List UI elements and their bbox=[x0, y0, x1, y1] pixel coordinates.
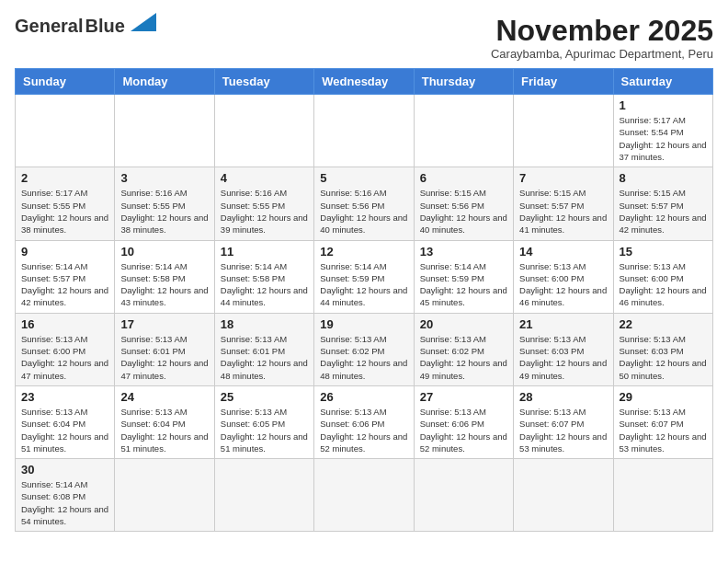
day-number: 5 bbox=[320, 171, 407, 185]
calendar-cell: 17Sunrise: 5:13 AM Sunset: 6:01 PM Dayli… bbox=[115, 313, 214, 385]
calendar-cell: 2Sunrise: 5:17 AM Sunset: 5:55 PM Daylig… bbox=[16, 167, 115, 240]
day-info: Sunrise: 5:15 AM Sunset: 5:57 PM Dayligh… bbox=[620, 187, 707, 236]
day-info: Sunrise: 5:17 AM Sunset: 5:55 PM Dayligh… bbox=[21, 187, 108, 236]
day-info: Sunrise: 5:13 AM Sunset: 6:00 PM Dayligh… bbox=[620, 260, 707, 309]
calendar-cell bbox=[314, 459, 414, 532]
calendar-cell: 6Sunrise: 5:15 AM Sunset: 5:56 PM Daylig… bbox=[414, 167, 513, 240]
logo-triangle-icon bbox=[131, 13, 156, 31]
calendar-week-row: 9Sunrise: 5:14 AM Sunset: 5:57 PM Daylig… bbox=[16, 240, 713, 313]
day-number: 18 bbox=[221, 317, 308, 331]
calendar-cell: 13Sunrise: 5:14 AM Sunset: 5:59 PM Dayli… bbox=[414, 240, 513, 313]
day-number: 24 bbox=[120, 390, 208, 404]
calendar-cell: 5Sunrise: 5:16 AM Sunset: 5:56 PM Daylig… bbox=[314, 167, 414, 240]
calendar-week-row: 23Sunrise: 5:13 AM Sunset: 6:04 PM Dayli… bbox=[16, 385, 713, 458]
calendar-cell: 20Sunrise: 5:13 AM Sunset: 6:02 PM Dayli… bbox=[414, 313, 513, 385]
day-info: Sunrise: 5:13 AM Sunset: 6:04 PM Dayligh… bbox=[120, 406, 208, 454]
day-info: Sunrise: 5:13 AM Sunset: 6:04 PM Dayligh… bbox=[21, 406, 108, 454]
day-number: 9 bbox=[21, 245, 108, 259]
calendar-cell: 21Sunrise: 5:13 AM Sunset: 6:03 PM Dayli… bbox=[514, 313, 613, 385]
day-info: Sunrise: 5:13 AM Sunset: 6:06 PM Dayligh… bbox=[420, 406, 507, 454]
day-info: Sunrise: 5:13 AM Sunset: 6:01 PM Dayligh… bbox=[120, 333, 208, 382]
calendar-cell bbox=[414, 95, 513, 167]
day-info: Sunrise: 5:13 AM Sunset: 6:07 PM Dayligh… bbox=[519, 406, 607, 454]
day-info: Sunrise: 5:14 AM Sunset: 5:58 PM Dayligh… bbox=[221, 260, 308, 309]
calendar-cell: 16Sunrise: 5:13 AM Sunset: 6:00 PM Dayli… bbox=[16, 313, 115, 385]
weekday-header-saturday: Saturday bbox=[613, 69, 712, 95]
day-number: 26 bbox=[320, 390, 407, 404]
day-info: Sunrise: 5:14 AM Sunset: 5:59 PM Dayligh… bbox=[320, 260, 407, 309]
day-number: 22 bbox=[620, 317, 707, 331]
day-info: Sunrise: 5:14 AM Sunset: 5:57 PM Dayligh… bbox=[21, 260, 108, 309]
calendar-cell: 22Sunrise: 5:13 AM Sunset: 6:03 PM Dayli… bbox=[613, 313, 712, 385]
day-number: 11 bbox=[221, 245, 308, 259]
calendar-cell bbox=[214, 95, 313, 167]
day-info: Sunrise: 5:13 AM Sunset: 6:06 PM Dayligh… bbox=[320, 406, 407, 454]
calendar-cell: 29Sunrise: 5:13 AM Sunset: 6:07 PM Dayli… bbox=[613, 385, 712, 458]
day-info: Sunrise: 5:13 AM Sunset: 6:00 PM Dayligh… bbox=[21, 333, 108, 382]
day-number: 13 bbox=[420, 245, 507, 259]
day-number: 10 bbox=[120, 245, 208, 259]
title-area: November 2025 Caraybamba, Apurimac Depar… bbox=[491, 15, 713, 61]
calendar-cell bbox=[314, 95, 414, 167]
calendar-cell bbox=[115, 459, 214, 532]
calendar-cell: 1Sunrise: 5:17 AM Sunset: 5:54 PM Daylig… bbox=[613, 95, 712, 167]
day-info: Sunrise: 5:13 AM Sunset: 6:03 PM Dayligh… bbox=[620, 333, 707, 382]
day-info: Sunrise: 5:13 AM Sunset: 6:07 PM Dayligh… bbox=[620, 406, 707, 454]
weekday-header-wednesday: Wednesday bbox=[314, 69, 414, 95]
calendar-cell: 12Sunrise: 5:14 AM Sunset: 5:59 PM Dayli… bbox=[314, 240, 414, 313]
calendar-cell: 28Sunrise: 5:13 AM Sunset: 6:07 PM Dayli… bbox=[514, 385, 613, 458]
calendar-cell: 25Sunrise: 5:13 AM Sunset: 6:05 PM Dayli… bbox=[214, 385, 313, 458]
day-info: Sunrise: 5:16 AM Sunset: 5:55 PM Dayligh… bbox=[221, 187, 308, 236]
calendar-cell bbox=[514, 459, 613, 532]
calendar-cell bbox=[115, 95, 214, 167]
weekday-header-sunday: Sunday bbox=[16, 69, 115, 95]
day-number: 27 bbox=[420, 390, 507, 404]
calendar-cell: 26Sunrise: 5:13 AM Sunset: 6:06 PM Dayli… bbox=[314, 385, 414, 458]
calendar-cell: 30Sunrise: 5:14 AM Sunset: 6:08 PM Dayli… bbox=[16, 459, 115, 532]
calendar-table: SundayMondayTuesdayWednesdayThursdayFrid… bbox=[15, 68, 713, 532]
day-info: Sunrise: 5:16 AM Sunset: 5:56 PM Dayligh… bbox=[320, 187, 407, 236]
day-number: 20 bbox=[420, 317, 507, 331]
day-info: Sunrise: 5:16 AM Sunset: 5:55 PM Dayligh… bbox=[120, 187, 208, 236]
calendar-cell: 3Sunrise: 5:16 AM Sunset: 5:55 PM Daylig… bbox=[115, 167, 214, 240]
day-number: 6 bbox=[420, 171, 507, 185]
day-number: 1 bbox=[620, 98, 707, 112]
calendar-cell: 8Sunrise: 5:15 AM Sunset: 5:57 PM Daylig… bbox=[613, 167, 712, 240]
day-number: 8 bbox=[620, 171, 707, 185]
logo-text-general: General bbox=[15, 17, 83, 35]
weekday-header-thursday: Thursday bbox=[414, 69, 513, 95]
logo-text-blue: Blue bbox=[85, 17, 124, 35]
calendar-cell: 23Sunrise: 5:13 AM Sunset: 6:04 PM Dayli… bbox=[16, 385, 115, 458]
day-info: Sunrise: 5:17 AM Sunset: 5:54 PM Dayligh… bbox=[620, 114, 707, 163]
day-number: 16 bbox=[21, 317, 108, 331]
day-info: Sunrise: 5:13 AM Sunset: 6:05 PM Dayligh… bbox=[221, 406, 308, 454]
day-info: Sunrise: 5:13 AM Sunset: 6:03 PM Dayligh… bbox=[519, 333, 607, 382]
calendar-cell bbox=[16, 95, 115, 167]
day-info: Sunrise: 5:14 AM Sunset: 6:08 PM Dayligh… bbox=[21, 478, 108, 527]
day-info: Sunrise: 5:13 AM Sunset: 6:01 PM Dayligh… bbox=[221, 333, 308, 382]
day-info: Sunrise: 5:13 AM Sunset: 6:02 PM Dayligh… bbox=[420, 333, 507, 382]
day-number: 3 bbox=[120, 171, 208, 185]
weekday-header-friday: Friday bbox=[514, 69, 613, 95]
month-title: November 2025 bbox=[491, 15, 713, 47]
location-subtitle: Caraybamba, Apurimac Department, Peru bbox=[491, 47, 713, 61]
weekday-header-monday: Monday bbox=[115, 69, 214, 95]
calendar-cell: 27Sunrise: 5:13 AM Sunset: 6:06 PM Dayli… bbox=[414, 385, 513, 458]
calendar-cell bbox=[514, 95, 613, 167]
calendar-week-row: 2Sunrise: 5:17 AM Sunset: 5:55 PM Daylig… bbox=[16, 167, 713, 240]
day-number: 14 bbox=[519, 245, 607, 259]
calendar-cell bbox=[613, 459, 712, 532]
calendar-week-row: 30Sunrise: 5:14 AM Sunset: 6:08 PM Dayli… bbox=[16, 459, 713, 532]
day-number: 30 bbox=[21, 463, 108, 477]
calendar-cell: 9Sunrise: 5:14 AM Sunset: 5:57 PM Daylig… bbox=[16, 240, 115, 313]
day-info: Sunrise: 5:13 AM Sunset: 6:02 PM Dayligh… bbox=[320, 333, 407, 382]
calendar-cell: 10Sunrise: 5:14 AM Sunset: 5:58 PM Dayli… bbox=[115, 240, 214, 313]
day-number: 21 bbox=[519, 317, 607, 331]
day-number: 2 bbox=[21, 171, 108, 185]
calendar-cell: 19Sunrise: 5:13 AM Sunset: 6:02 PM Dayli… bbox=[314, 313, 414, 385]
day-info: Sunrise: 5:14 AM Sunset: 5:59 PM Dayligh… bbox=[420, 260, 507, 309]
day-number: 29 bbox=[620, 390, 707, 404]
calendar-cell: 7Sunrise: 5:15 AM Sunset: 5:57 PM Daylig… bbox=[514, 167, 613, 240]
calendar-cell: 14Sunrise: 5:13 AM Sunset: 6:00 PM Dayli… bbox=[514, 240, 613, 313]
calendar-cell: 15Sunrise: 5:13 AM Sunset: 6:00 PM Dayli… bbox=[613, 240, 712, 313]
